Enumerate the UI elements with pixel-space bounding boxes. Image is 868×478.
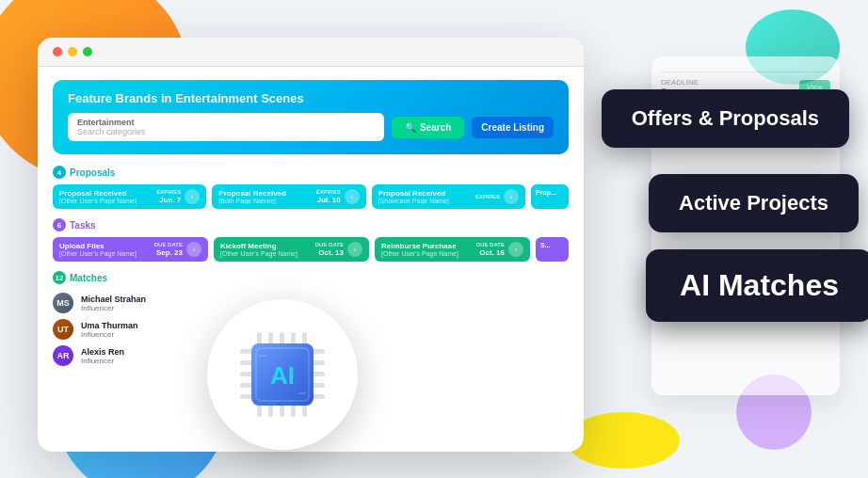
tasks-label: Tasks — [70, 220, 96, 231]
proposals-badge: 4 — [53, 166, 66, 179]
proposal-1-expires-label: EXPIRES — [156, 189, 181, 195]
svg-rect-11 — [268, 332, 273, 345]
window-chrome — [38, 38, 584, 67]
proposal-2-arrow[interactable]: › — [345, 189, 360, 204]
search-input-wrapper[interactable]: Entertainment Search categories — [68, 113, 384, 141]
svg-rect-14 — [302, 332, 307, 345]
svg-rect-6 — [312, 360, 325, 365]
svg-rect-3 — [240, 383, 253, 388]
svg-rect-7 — [312, 372, 325, 376]
proposal-3-expires-label: EXPIRES — [475, 194, 500, 199]
match-1-role: Influencer — [81, 304, 146, 312]
search-button[interactable]: 🔍 Search — [392, 117, 464, 138]
task-card-3[interactable]: Reimburse Purchase [Other User's Page Na… — [375, 237, 530, 262]
maximize-dot[interactable] — [83, 47, 92, 56]
svg-rect-2 — [240, 372, 253, 376]
page-title: Feature Brands in Entertainment Scenes — [68, 91, 554, 105]
task-card-2[interactable]: Kickoff Meeting [Other User's Page Name]… — [214, 237, 369, 262]
task-1-due-label: DUE DATE — [154, 242, 183, 247]
minimize-dot[interactable] — [68, 47, 77, 56]
proposals-section-label: 4 Proposals — [53, 166, 569, 179]
svg-rect-16 — [268, 404, 273, 417]
proposal-2-expires-label: EXPIRES — [316, 189, 341, 195]
matches-label: Matches — [70, 273, 107, 283]
task-3-title: Reimburse Purchase — [381, 242, 476, 250]
create-listing-button[interactable]: Create Listing — [472, 117, 554, 138]
search-input-placeholder: Search categories — [77, 127, 375, 136]
task-2-title: Kickoff Meeting — [220, 242, 315, 250]
tasks-section-label: 6 Tasks — [53, 218, 569, 231]
svg-rect-10 — [257, 332, 262, 345]
ai-matches-overlay: AI Matches — [646, 249, 868, 322]
ai-matches-text: AI Matches — [680, 268, 839, 303]
proposal-card-2[interactable]: Proposal Received [Both Page Names] EXPI… — [212, 184, 365, 209]
close-dot[interactable] — [53, 47, 62, 56]
task-1-sub: [Other User's Page Name] — [59, 250, 154, 257]
proposals-label: Proposals — [70, 167, 115, 178]
matches-section-label: 12 Matches — [53, 271, 569, 284]
bg-blob-yellow — [567, 412, 680, 469]
svg-rect-5 — [312, 349, 325, 354]
avatar-michael-strahan: MS — [53, 293, 73, 313]
search-bar: Entertainment Search categories 🔍 Search… — [68, 113, 554, 141]
avatar-uma-thurman: UT — [53, 319, 73, 340]
ai-chip-container: AI — [207, 299, 358, 450]
ai-chip-icon: AI — [231, 323, 334, 426]
active-projects-overlay: Active Projects — [649, 174, 859, 232]
matches-badge: 12 — [53, 271, 66, 284]
svg-rect-15 — [257, 404, 262, 417]
svg-text:AI: AI — [270, 361, 295, 390]
match-3-name: Alexis Ren — [81, 347, 124, 357]
svg-rect-4 — [240, 394, 253, 399]
deadline-label: DEADLINE — [661, 78, 699, 87]
proposal-card-partial: Prop... — [531, 184, 569, 209]
task-1-due-date: Sep. 23 — [156, 248, 183, 257]
app-header: Feature Brands in Entertainment Scenes E… — [53, 80, 569, 154]
tasks-badge: 6 — [53, 218, 66, 231]
task-3-arrow[interactable]: › — [508, 242, 523, 257]
task-3-due-label: DUE DATE — [476, 242, 505, 247]
proposal-2-sub: [Both Page Names] — [218, 198, 315, 204]
task-2-arrow[interactable]: › — [347, 242, 362, 257]
proposal-card-1[interactable]: Proposal Received [Other User's Page Nam… — [53, 184, 206, 209]
search-input-label: Entertainment — [77, 118, 375, 127]
task-1-arrow[interactable]: › — [186, 242, 201, 257]
avatar-alexis-ren: AR — [53, 345, 73, 366]
tasks-row: Upload Files [Other User's Page Name] DU… — [53, 237, 569, 262]
svg-rect-12 — [280, 332, 284, 345]
task-3-sub: [Other User's Page Name] — [381, 250, 476, 257]
offers-proposals-text: Offers & Proposals — [632, 106, 819, 131]
task-2-due-date: Oct. 13 — [318, 248, 344, 257]
active-projects-text: Active Projects — [679, 191, 828, 215]
svg-rect-8 — [312, 383, 325, 388]
svg-rect-18 — [291, 404, 296, 417]
match-2-name: Uma Thurman — [81, 321, 138, 330]
task-3-due-date: Oct. 16 — [479, 248, 505, 257]
match-2-role: Influencer — [81, 330, 138, 339]
svg-rect-9 — [312, 394, 325, 399]
proposal-3-arrow[interactable]: › — [504, 189, 519, 204]
proposal-card-3[interactable]: Proposal Received [Showcase Page Name] E… — [372, 184, 525, 209]
svg-rect-17 — [280, 404, 284, 417]
proposal-1-arrow[interactable]: › — [185, 189, 200, 204]
offers-proposals-overlay: Offers & Proposals — [602, 89, 849, 148]
task-1-title: Upload Files — [59, 242, 154, 250]
proposal-2-title: Proposal Received — [218, 189, 315, 198]
proposal-3-title: Proposal Received — [378, 189, 475, 198]
task-2-due-label: DUE DATE — [315, 242, 344, 247]
proposals-row: Proposal Received [Other User's Page Nam… — [53, 184, 569, 209]
task-2-sub: [Other User's Page Name] — [220, 250, 315, 257]
proposal-1-title: Proposal Received — [59, 189, 156, 198]
task-card-1[interactable]: Upload Files [Other User's Page Name] DU… — [53, 237, 208, 262]
proposal-1-expires-date: Jun. 7 — [159, 196, 181, 204]
svg-rect-19 — [302, 404, 307, 417]
svg-rect-13 — [291, 332, 296, 345]
search-icon: 🔍 — [405, 122, 416, 133]
proposal-2-expires-date: Jul. 10 — [317, 196, 341, 204]
task-card-partial: S... — [536, 237, 569, 262]
match-1-name: Michael Strahan — [81, 295, 146, 304]
match-3-role: Influencer — [81, 357, 124, 365]
proposal-3-sub: [Showcase Page Name] — [378, 198, 475, 204]
svg-rect-1 — [240, 360, 253, 365]
svg-rect-0 — [240, 349, 253, 354]
